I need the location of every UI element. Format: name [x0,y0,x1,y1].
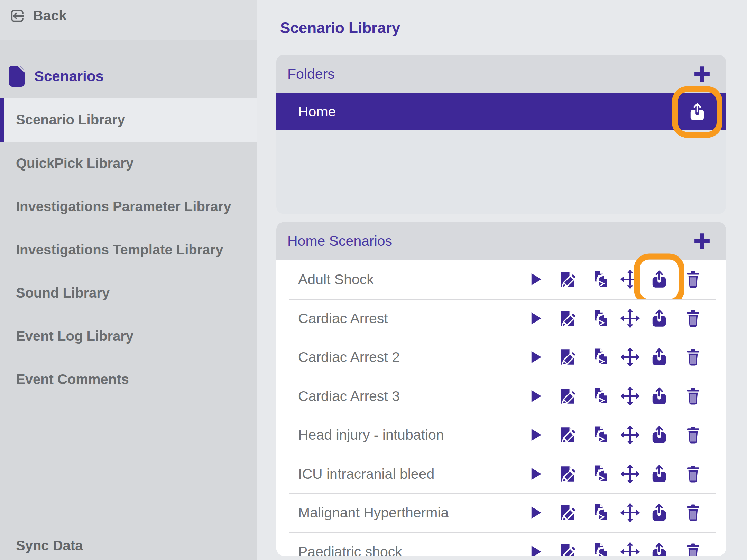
edit-button[interactable] [558,386,578,406]
edit-button[interactable] [558,425,578,445]
scenario-row-cardiac-arrest-3[interactable]: Cardiac Arrest 3 [276,377,726,416]
sidebar-item-event-comments[interactable]: Event Comments [0,358,257,401]
add-scenario-button[interactable] [693,232,711,250]
page-title: Scenario Library [280,19,400,37]
add-folder-button[interactable] [693,65,711,83]
folders-header-label: Folders [276,66,335,82]
scenarios-panel-header: Home Scenarios [276,222,726,260]
back-label: Back [33,8,67,24]
back-icon [9,8,25,24]
folder-row-home[interactable]: Home [276,93,726,130]
scenario-list: Adult Shock [276,260,726,556]
sidebar-item-investigations-template-library[interactable]: Investigations Template Library [0,228,257,271]
scenario-name: Malignant Hyperthermia [298,505,449,521]
scenario-name: ICU intracranial bleed [298,466,434,482]
edit-button[interactable] [558,503,578,523]
play-button[interactable] [525,308,545,328]
edit-button[interactable] [558,464,578,484]
share-button[interactable] [649,308,669,328]
main-content: Scenario Library Folders Home Home Scena… [257,0,747,560]
duplicate-button[interactable] [590,308,610,328]
play-button[interactable] [525,347,545,367]
duplicate-button[interactable] [590,542,610,556]
share-button[interactable] [649,464,669,484]
share-button[interactable] [649,542,669,556]
move-button[interactable] [620,269,640,289]
sidebar-item-investigations-parameter-library[interactable]: Investigations Parameter Library [0,185,257,228]
sidebar-menu: Scenario LibraryQuickPick LibraryInvesti… [0,98,257,401]
delete-button[interactable] [683,425,703,445]
move-button[interactable] [620,503,640,523]
folder-name: Home [276,104,336,120]
move-button[interactable] [620,386,640,406]
scenario-row-adult-shock[interactable]: Adult Shock [276,260,726,299]
play-button[interactable] [525,425,545,445]
sidebar-section-scenarios: Scenarios [9,66,104,87]
play-button[interactable] [525,464,545,484]
duplicate-button[interactable] [590,503,610,523]
scenario-name: Cardiac Arrest 3 [298,388,400,404]
scenario-name: Head injury - intubation [298,427,444,443]
delete-button[interactable] [683,503,703,523]
move-button[interactable] [620,347,640,367]
duplicate-button[interactable] [590,269,610,289]
move-button[interactable] [620,542,640,556]
scenario-row-head-injury-intubation[interactable]: Head injury - intubation [276,416,726,455]
scenario-library-screen: Back Scenarios Scenario LibraryQuickPick… [0,0,747,560]
delete-button[interactable] [683,386,703,406]
delete-button[interactable] [683,347,703,367]
folders-panel-header: Folders [276,55,726,93]
share-button[interactable] [649,347,669,367]
scenario-row-cardiac-arrest[interactable]: Cardiac Arrest [276,299,726,338]
scenario-row-malignant-hyperthermia[interactable]: Malignant Hyperthermia [276,493,726,532]
delete-button[interactable] [683,308,703,328]
sidebar-section-label: Scenarios [34,68,104,85]
back-button[interactable]: Back [9,8,67,24]
scenario-name: Paediatric shock [298,543,402,556]
duplicate-button[interactable] [590,386,610,406]
sidebar-item-quickpick-library[interactable]: QuickPick Library [0,142,257,185]
move-button[interactable] [620,464,640,484]
sidebar-topbar: Back [0,0,257,40]
scenario-row-cardiac-arrest-2[interactable]: Cardiac Arrest 2 [276,338,726,377]
scenario-name: Cardiac Arrest 2 [298,349,400,365]
home-scenarios-panel: Home Scenarios Adult Shock [276,222,726,556]
edit-button[interactable] [558,542,578,556]
sidebar-item-sound-library[interactable]: Sound Library [0,271,257,315]
folder-share-button[interactable] [687,102,707,122]
edit-button[interactable] [558,308,578,328]
scenarios-header-label: Home Scenarios [276,233,392,249]
move-button[interactable] [620,425,640,445]
scenario-name: Cardiac Arrest [298,310,388,326]
delete-button[interactable] [683,269,703,289]
duplicate-button[interactable] [590,464,610,484]
share-button[interactable] [649,386,669,406]
sidebar-item-scenario-library[interactable]: Scenario Library [0,98,257,142]
play-button[interactable] [525,542,545,556]
sidebar: Back Scenarios Scenario LibraryQuickPick… [0,0,257,560]
share-button[interactable] [649,503,669,523]
play-button[interactable] [525,503,545,523]
sidebar-item-event-log-library[interactable]: Event Log Library [0,315,257,358]
edit-button[interactable] [558,347,578,367]
move-button[interactable] [620,308,640,328]
sidebar-item-sync-data[interactable]: Sync Data [16,538,83,553]
play-button[interactable] [525,269,545,289]
play-button[interactable] [525,386,545,406]
scenario-name: Adult Shock [298,271,374,288]
duplicate-button[interactable] [590,425,610,445]
scenario-row-paediatric-shock[interactable]: Paediatric shock [276,532,726,556]
delete-button[interactable] [683,542,703,556]
share-button[interactable] [649,269,669,289]
document-icon [9,66,25,87]
edit-button[interactable] [558,269,578,289]
folders-panel: Folders Home [276,55,726,214]
share-button[interactable] [649,425,669,445]
scenario-row-icu-intracranial-bleed[interactable]: ICU intracranial bleed [276,455,726,494]
duplicate-button[interactable] [590,347,610,367]
delete-button[interactable] [683,464,703,484]
